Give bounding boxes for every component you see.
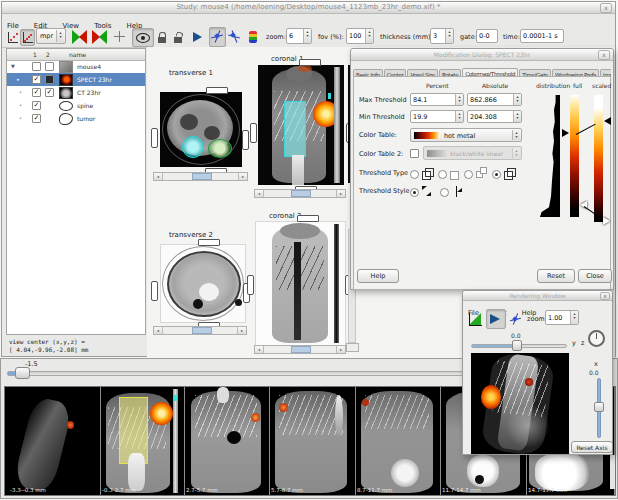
expander-icon[interactable]: ▼ — [11, 63, 15, 69]
reset-axis-button[interactable]: Reset Axis — [571, 441, 613, 453]
rendering-zoom-spinbox[interactable]: ▴▾ — [545, 310, 579, 325]
tree-item-label[interactable]: CT 23hr — [77, 89, 101, 96]
scrollbar-thumb[interactable] — [192, 173, 212, 180]
tree-item-label[interactable]: spine — [77, 102, 93, 109]
scroll-right-arrow-icon[interactable]: ▸ — [336, 190, 345, 197]
view-handle-left[interactable] — [151, 128, 158, 148]
reset-button[interactable]: Reset — [537, 269, 575, 283]
tree-col-visible2[interactable]: 2 — [46, 51, 50, 58]
spine-roi-box[interactable] — [284, 101, 306, 157]
spinner-arrows-icon[interactable]: ▴▾ — [455, 94, 463, 105]
spinner-arrows-icon[interactable]: ▴▾ — [303, 29, 311, 43]
threshold-type-radio-3[interactable] — [464, 170, 473, 179]
transverse2-scrollbar[interactable]: ◂ ▸ — [153, 326, 247, 335]
series-slider-handle[interactable] — [15, 367, 30, 379]
tab-basic-info[interactable]: Basic Info — [353, 69, 383, 76]
color-table2-select-disabled[interactable]: black/white linear ▴▾ — [423, 146, 522, 160]
lock-scaling-icon[interactable] — [170, 28, 186, 47]
fiducial-alignment-icon[interactable] — [226, 27, 243, 47]
scrollbar-thumb[interactable] — [291, 190, 311, 197]
tree-row-tumor[interactable]: • ✓ tumor — [7, 112, 145, 125]
spinner-arrows-icon[interactable]: ▴▾ — [56, 30, 64, 42]
coronal1-scrollbar[interactable]: ◂ ▸ — [254, 189, 346, 198]
view-handle-top[interactable] — [297, 215, 319, 222]
threshold-type-radio-2[interactable] — [438, 170, 447, 179]
tree-row-mouse4[interactable]: ▼ mouse4 — [7, 60, 145, 73]
scroll-right-arrow-icon[interactable]: ▸ — [336, 346, 345, 353]
max-threshold-marker-full[interactable] — [562, 129, 569, 137]
render-mode-icon[interactable] — [486, 309, 506, 329]
fiducial-marks-icon[interactable] — [209, 27, 226, 47]
spinner-arrows-icon[interactable]: ▴▾ — [512, 130, 520, 140]
scroll-left-arrow-icon[interactable]: ◂ — [255, 190, 264, 197]
transverse1-image[interactable] — [160, 92, 242, 167]
x-rotation-slider-handle[interactable] — [594, 402, 604, 412]
scroll-left-arrow-icon[interactable]: ◂ — [154, 173, 163, 180]
tree-row-spect-23hr[interactable]: ▸ ✓ SPECT 23hr — [7, 73, 145, 86]
tab-time-gate[interactable]: Time/Gate — [519, 69, 551, 76]
zoom-spinbox[interactable]: ▴▾ — [286, 28, 312, 44]
scaled-colorbar[interactable] — [594, 95, 603, 222]
tab-rotate[interactable]: Rotate — [439, 69, 461, 76]
scrollbar-thumb[interactable] — [192, 327, 212, 334]
coronal2-scrollbar[interactable]: ◂ ▸ — [254, 345, 346, 354]
rendering-fiducial-icon[interactable] — [507, 310, 524, 329]
max-threshold-marker-scaled[interactable] — [604, 117, 611, 125]
transfer-function-icon[interactable] — [467, 311, 485, 329]
z-rotation-dial[interactable] — [588, 330, 605, 347]
spinner-arrows-icon[interactable]: ▴▾ — [445, 29, 453, 43]
view-handle-top[interactable] — [299, 59, 321, 66]
tree-item-label[interactable]: mouse4 — [77, 63, 101, 70]
interpolation-nearest-icon[interactable] — [5, 29, 20, 46]
close-button[interactable]: Close — [578, 269, 612, 283]
transverse2-image[interactable] — [160, 244, 246, 323]
center-target-icon[interactable] — [112, 29, 129, 46]
fov-spinbox[interactable]: ▴▾ — [346, 28, 374, 44]
sagittal-scrollbar-fragment[interactable] — [346, 343, 359, 352]
tree-item-label[interactable]: tumor — [77, 115, 95, 122]
max-threshold-percent-spinbox[interactable]: ▴▾ — [410, 93, 464, 106]
view-handle-left[interactable] — [250, 123, 257, 143]
threshold-style-radio-center-width[interactable] — [440, 188, 449, 197]
tree-row-spine[interactable]: • ✓ spine — [7, 99, 145, 112]
tree-col-visible1[interactable]: 1 — [33, 51, 37, 58]
tree-item-label[interactable]: SPECT 23hr — [77, 76, 112, 83]
min-threshold-marker-scaled[interactable] — [603, 217, 610, 225]
color-table2-checkbox[interactable] — [410, 149, 419, 158]
view-handle-right[interactable] — [242, 130, 249, 150]
flip-colormap-left-icon[interactable] — [70, 28, 89, 46]
visible2-checkbox[interactable] — [45, 75, 54, 84]
view-handle-top[interactable] — [198, 239, 220, 246]
threshold-type-radio-global[interactable] — [492, 170, 501, 179]
colormap-palette-icon[interactable] — [246, 28, 260, 47]
dialog-close-button[interactable]: x — [598, 50, 610, 60]
threshold-style-radio-minmax[interactable] — [410, 188, 419, 197]
min-threshold-absolute-spinbox[interactable]: ▴▾ — [467, 110, 522, 123]
visible1-checkbox[interactable]: ✓ — [32, 75, 41, 84]
visible1-checkbox[interactable]: ✓ — [32, 114, 41, 123]
tab-windowing-prefs[interactable]: Windowing Prefs — [552, 69, 599, 76]
visibility-eye-icon[interactable] — [132, 28, 154, 47]
scroll-left-arrow-icon[interactable]: ◂ — [154, 327, 163, 334]
spinner-arrows-icon[interactable]: ▴▾ — [513, 111, 521, 122]
visible1-checkbox[interactable]: ✓ — [32, 101, 41, 110]
scroll-left-arrow-icon[interactable]: ◂ — [255, 346, 264, 353]
view-handle-left[interactable] — [247, 275, 254, 295]
tab-voxel-size[interactable]: Voxel Size — [407, 69, 438, 76]
scroll-right-arrow-icon[interactable]: ▸ — [237, 327, 246, 334]
transverse1-scrollbar[interactable]: ◂ ▸ — [153, 172, 248, 181]
scroll-right-arrow-icon[interactable]: ▸ — [238, 173, 247, 180]
spinner-arrows-icon[interactable]: ▴▾ — [513, 94, 521, 105]
gate-input[interactable] — [476, 29, 498, 43]
tumor-roi-overlay[interactable] — [208, 139, 232, 158]
visible2-checkbox[interactable] — [45, 62, 54, 71]
flip-colormap-right-icon[interactable] — [90, 28, 109, 46]
interpolation-trilinear-icon[interactable] — [20, 29, 35, 46]
coronal2-image[interactable] — [255, 221, 346, 346]
spinner-arrows-icon[interactable]: ▴▾ — [570, 311, 578, 324]
rendering-close-button[interactable]: x — [600, 292, 610, 300]
max-threshold-absolute-spinbox[interactable]: ▴▾ — [467, 93, 522, 106]
scrollbar-thumb[interactable] — [291, 346, 311, 353]
spinner-arrows-icon[interactable]: ▴▾ — [455, 111, 463, 122]
spine-roi-overlay[interactable] — [182, 136, 204, 158]
